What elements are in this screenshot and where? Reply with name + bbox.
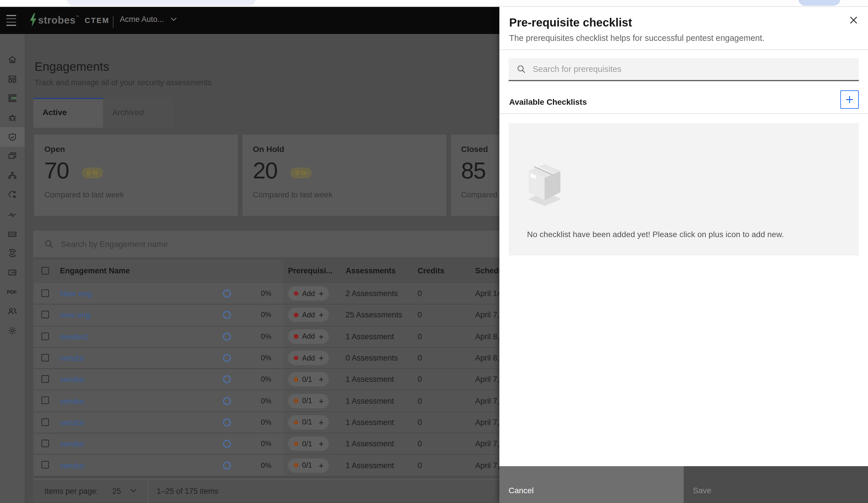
sidebar-item-reports[interactable] — [0, 147, 25, 166]
progress-donut-icon — [223, 461, 231, 469]
sidebar-item-integrations[interactable] — [0, 263, 25, 282]
prerequisite-pill[interactable]: Add + — [288, 329, 329, 344]
engagement-name-link[interactable]: New eng — [60, 289, 92, 298]
bug-icon — [8, 113, 17, 123]
prerequisite-pill[interactable]: 0/1 + — [288, 394, 329, 408]
sidebar-item-engagements[interactable] — [0, 127, 25, 147]
progress-percent: 0% — [261, 311, 271, 319]
engagement-name-link[interactable]: newtest — [60, 332, 88, 341]
add-prerequisite-icon[interactable]: + — [319, 289, 324, 298]
sidebar-item-automation[interactable] — [0, 185, 25, 205]
engagement-name-link[interactable]: vendor — [60, 353, 85, 363]
engagement-name-link[interactable]: vendor — [60, 396, 85, 406]
engagement-name-link[interactable]: vendor — [60, 418, 85, 427]
progress-donut-icon — [223, 376, 231, 384]
add-checklist-button[interactable] — [840, 90, 859, 109]
sidebar-item-pdf-reports[interactable]: PDF — [0, 282, 25, 301]
engagement-name-link[interactable]: vendor — [60, 439, 85, 448]
credits-cell: 0 — [417, 311, 422, 319]
add-prerequisite-icon[interactable]: + — [319, 375, 324, 384]
add-prerequisite-icon[interactable]: + — [319, 461, 324, 470]
add-prerequisite-icon[interactable]: + — [319, 332, 324, 341]
stat-value: 85 — [461, 158, 486, 184]
engagement-name-link[interactable]: vendor — [60, 375, 85, 384]
col-prerequisites[interactable]: Prerequisi... — [288, 266, 333, 275]
sidebar-item-dashboards[interactable] — [0, 69, 25, 88]
org-switcher[interactable]: Acme Auto... — [120, 15, 177, 24]
row-checkbox[interactable] — [41, 440, 49, 447]
row-checkbox[interactable] — [41, 418, 49, 426]
sidebar-item-scan-config[interactable] — [0, 243, 25, 263]
menu-icon[interactable] — [6, 15, 19, 26]
empty-box-icon — [526, 159, 563, 206]
row-checkbox[interactable] — [41, 375, 49, 383]
panel-title: Pre-requisite checklist — [509, 16, 632, 29]
items-per-page-select[interactable]: 25 — [112, 487, 121, 495]
tab-active[interactable]: Active — [33, 98, 103, 128]
chevron-down-icon — [170, 17, 177, 21]
sidebar-item-tickets[interactable] — [0, 224, 25, 243]
search-icon — [517, 64, 526, 74]
assessments-cell: 1 Assessment — [345, 332, 394, 341]
cancel-button[interactable]: Cancel — [499, 466, 684, 503]
credits-cell: 0 — [417, 289, 422, 298]
pdf-icon: PDF — [6, 287, 19, 297]
save-button[interactable]: Save — [684, 466, 868, 503]
prerequisite-status-dot — [294, 313, 298, 317]
ticket-icon — [8, 229, 17, 239]
sidebar-item-settings[interactable] — [0, 321, 25, 340]
sidebar-item-activity[interactable] — [0, 205, 25, 224]
progress-percent: 0% — [261, 397, 271, 405]
prerequisite-search-input[interactable] — [533, 64, 859, 74]
progress-percent: 0% — [261, 461, 271, 469]
header-divider — [113, 16, 113, 28]
schedule-cell: April 7, — [475, 439, 499, 448]
panel-header-divider — [499, 50, 868, 50]
close-icon[interactable] — [846, 13, 861, 28]
row-checkbox[interactable] — [41, 290, 49, 297]
add-prerequisite-icon[interactable]: + — [319, 418, 324, 427]
engagement-name-link[interactable]: vendor — [60, 461, 85, 470]
svg-text:PDF: PDF — [7, 289, 17, 295]
row-checkbox[interactable] — [41, 354, 49, 361]
empty-state-text: No checklist have been added yet! Please… — [527, 230, 784, 239]
select-all-checkbox[interactable] — [41, 267, 49, 274]
prerequisite-pill[interactable]: Add + — [288, 308, 329, 322]
assessments-cell: 2 Assessments — [345, 289, 398, 298]
plus-icon — [845, 95, 854, 104]
per-page-chevron-icon[interactable] — [130, 489, 136, 493]
col-engagement-name[interactable]: Engagement Name — [60, 266, 130, 275]
card-reader-icon — [8, 268, 17, 277]
add-prerequisite-icon[interactable]: + — [319, 311, 324, 319]
stat-label: Closed — [461, 145, 488, 154]
prerequisite-label: 0/1 — [302, 376, 312, 384]
sidebar-item-home[interactable] — [0, 50, 25, 69]
progress-percent: 0% — [261, 376, 271, 384]
add-prerequisite-icon[interactable]: + — [319, 397, 324, 405]
add-prerequisite-icon[interactable]: + — [319, 354, 324, 362]
credits-cell: 0 — [417, 461, 422, 470]
prerequisite-pill[interactable]: 0/1 + — [288, 415, 329, 430]
engagement-name-link[interactable]: new eng — [60, 311, 91, 320]
sidebar-item-vulnerabilities[interactable] — [0, 108, 25, 127]
prerequisite-pill[interactable]: Add + — [288, 286, 329, 301]
prerequisite-pill[interactable]: Add + — [288, 351, 329, 365]
assessments-cell: 1 Assessment — [345, 461, 394, 470]
tab-archived[interactable]: Archived — [103, 98, 173, 128]
row-checkbox[interactable] — [41, 397, 49, 404]
row-checkbox[interactable] — [41, 332, 49, 340]
prerequisite-pill[interactable]: 0/1 + — [288, 437, 329, 451]
stat-value: 20 — [253, 158, 277, 184]
schedule-cell: April 7, — [475, 397, 499, 405]
prerequisite-pill[interactable]: 0/1 + — [288, 458, 329, 472]
sidebar-item-org-hierarchy[interactable] — [0, 166, 25, 185]
col-credits[interactable]: Credits — [417, 266, 444, 275]
available-checklists-title: Available Checklists — [509, 97, 587, 106]
col-assessments[interactable]: Assessments — [345, 266, 396, 275]
sidebar-item-teams[interactable] — [0, 301, 25, 321]
add-prerequisite-icon[interactable]: + — [319, 439, 324, 448]
row-checkbox[interactable] — [41, 311, 49, 318]
sidebar-item-assets[interactable] — [0, 88, 25, 108]
prerequisite-pill[interactable]: 0/1 + — [288, 373, 329, 387]
row-checkbox[interactable] — [41, 461, 49, 469]
